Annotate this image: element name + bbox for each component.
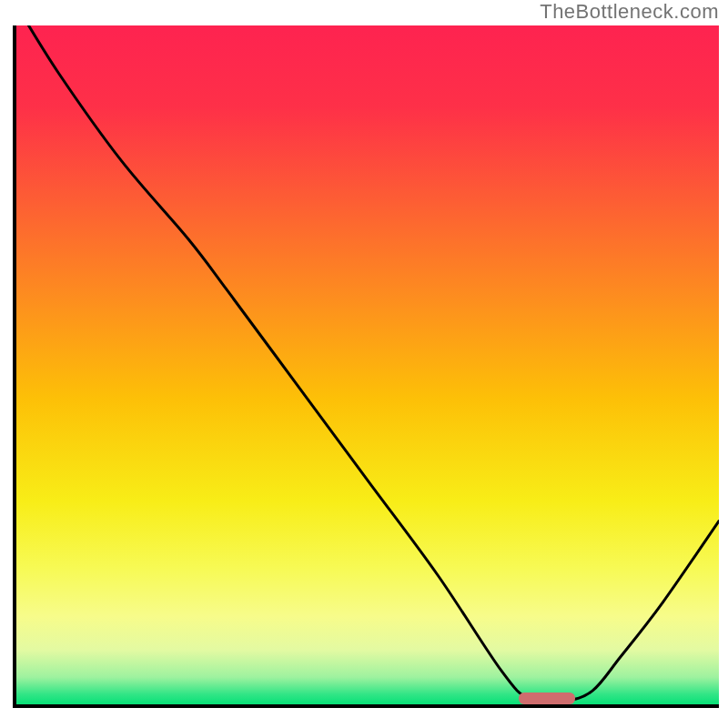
optimal-range-marker (519, 693, 575, 704)
bottleneck-curve (16, 25, 719, 704)
plot-area (13, 25, 719, 708)
chart-frame: TheBottleneck.com (0, 0, 728, 728)
watermark-text: TheBottleneck.com (540, 0, 719, 24)
